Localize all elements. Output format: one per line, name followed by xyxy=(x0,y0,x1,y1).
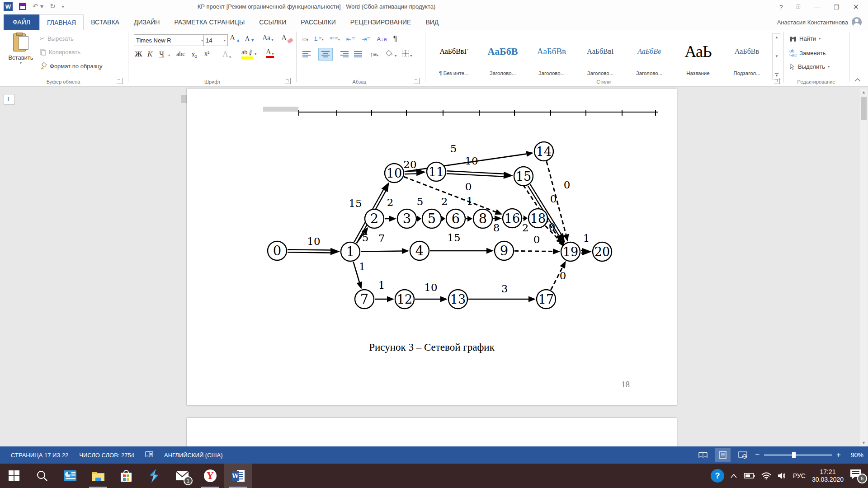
italic-button[interactable]: К xyxy=(147,50,152,59)
zoom-in-button[interactable]: + xyxy=(836,450,841,460)
tab-рассылки[interactable]: РАССЫЛКИ xyxy=(293,14,343,30)
justify-button[interactable] xyxy=(353,48,367,61)
notification-center-button[interactable]: 6 xyxy=(850,469,865,483)
minimize-button[interactable]: — xyxy=(814,4,820,11)
font-dialog-launcher[interactable] xyxy=(285,78,291,84)
paragraph-dialog-launcher[interactable] xyxy=(414,78,420,84)
align-left-button[interactable] xyxy=(301,48,316,61)
show-marks-button[interactable]: ¶ xyxy=(393,34,397,43)
multilevel-list-button[interactable]: ᵃ⁼≡▾ xyxy=(330,36,340,42)
wifi-icon[interactable] xyxy=(761,472,771,479)
tab-рецензирование[interactable]: РЕЦЕНЗИРОВАНИЕ xyxy=(343,14,419,30)
print-layout-icon[interactable] xyxy=(715,448,731,462)
strikethrough-button[interactable]: abc xyxy=(176,51,185,58)
ribbon-display-options-button[interactable]: ⍐ xyxy=(797,3,800,11)
web-layout-icon[interactable] xyxy=(735,448,750,462)
styles-scroll-up-icon[interactable]: ▲ xyxy=(775,35,778,39)
user-avatar[interactable] xyxy=(852,17,862,27)
numbering-button[interactable]: 1.≡▾ xyxy=(314,36,324,42)
style-h3[interactable]: АаБбВвІЗаголово... xyxy=(577,33,624,78)
taskbar-mail[interactable]: 1 xyxy=(168,464,196,488)
taskbar-app-dashboard[interactable] xyxy=(56,464,84,488)
next-page-top[interactable] xyxy=(187,418,677,446)
taskbar-word[interactable]: W xyxy=(224,464,252,488)
font-family-select[interactable]: Times New R▾ xyxy=(134,34,205,46)
align-right-button[interactable] xyxy=(335,48,350,61)
replace-button[interactable]: ab⤷ac Заменить xyxy=(789,49,826,57)
tab-ссылки[interactable]: ССЫЛКИ xyxy=(252,14,293,30)
scroll-up-icon[interactable]: ▲ xyxy=(860,89,868,96)
tab-главная[interactable]: ГЛАВНАЯ xyxy=(39,14,84,30)
shading-button[interactable]: ▾ xyxy=(386,50,396,59)
decrease-indent-button[interactable]: ⇤≡ xyxy=(346,35,355,42)
tab-файл[interactable]: ФАЙЛ xyxy=(4,14,39,30)
clipboard-dialog-launcher[interactable] xyxy=(117,78,123,84)
styles-dialog-launcher[interactable] xyxy=(774,78,780,84)
paste-button[interactable]: Вставить ▾ xyxy=(6,33,35,65)
battery-icon[interactable] xyxy=(743,473,755,479)
align-center-button[interactable] xyxy=(318,48,333,61)
taskbar-ms-store[interactable] xyxy=(112,464,140,488)
underline-button[interactable]: Ч xyxy=(159,50,164,59)
tab-вставка[interactable]: ВСТАВКА xyxy=(84,14,127,30)
superscript-button[interactable]: x² xyxy=(204,50,209,57)
borders-button[interactable]: ▾ xyxy=(402,50,412,59)
style-subtitle[interactable]: АаБбВвПодзагол... xyxy=(723,33,770,78)
vertical-scrollbar[interactable]: ▲ ▼ xyxy=(860,89,868,446)
subscript-button[interactable]: x₂ xyxy=(192,51,197,58)
bullets-button[interactable]: ⁝≡▾ xyxy=(302,36,308,42)
tab-разметка страницы[interactable]: РАЗМЕТКА СТРАНИЦЫ xyxy=(167,14,252,30)
zoom-level[interactable]: 90% xyxy=(845,451,863,459)
increase-indent-button[interactable]: ⇥≡ xyxy=(362,35,371,42)
style-title[interactable]: АаЬНазвание xyxy=(675,33,722,78)
font-size-select[interactable]: 14▾ xyxy=(203,34,228,46)
restore-button[interactable]: ❐ xyxy=(834,4,840,11)
taskbar-yandex-browser[interactable]: Y xyxy=(196,464,224,488)
start-button[interactable] xyxy=(0,464,28,488)
tab-дизайн[interactable]: ДИЗАЙН xyxy=(127,14,167,30)
help-button[interactable]: ? xyxy=(779,4,783,11)
taskbar-file-explorer[interactable] xyxy=(84,464,112,488)
highlight-button[interactable]: ab🖉▾ xyxy=(241,49,256,59)
taskbar-app-lightning[interactable] xyxy=(140,464,168,488)
tab-вид[interactable]: ВИД xyxy=(418,14,446,30)
font-color-button[interactable]: А▾ xyxy=(266,48,274,58)
language-switcher[interactable]: РУС xyxy=(793,472,806,479)
zoom-out-button[interactable]: − xyxy=(755,450,760,460)
clear-formatting-button[interactable]: А xyxy=(281,33,293,42)
grow-font-button[interactable]: А▲ xyxy=(230,33,240,42)
zoom-slider-thumb[interactable] xyxy=(792,452,796,458)
speaker-icon[interactable] xyxy=(778,472,787,479)
page-indicator[interactable]: СТРАНИЦА 17 ИЗ 22 xyxy=(11,452,68,459)
styles-expand-icon[interactable]: ▼ xyxy=(775,73,778,78)
line-spacing-button[interactable]: ↕≡▾ xyxy=(370,51,378,58)
user-name[interactable]: Анастасия Константинова xyxy=(777,19,848,26)
style-h2[interactable]: АаБбВвЗаголово... xyxy=(528,33,575,78)
taskbar-search-button[interactable] xyxy=(28,464,56,488)
zoom-slider[interactable] xyxy=(764,455,832,455)
collapse-ribbon-icon[interactable] xyxy=(854,75,861,84)
underline-dropdown[interactable]: ▾ xyxy=(168,53,170,57)
language-indicator[interactable]: АНГЛИЙСКИЙ (США) xyxy=(164,452,222,459)
sort-button[interactable]: А↓я xyxy=(377,36,387,42)
shrink-font-button[interactable]: А▼ xyxy=(245,35,255,42)
get-help-icon[interactable]: ? xyxy=(711,469,724,483)
proofing-icon[interactable] xyxy=(145,451,153,459)
close-button[interactable]: ✕ xyxy=(853,3,859,11)
tray-chevron-up-icon[interactable] xyxy=(731,474,737,478)
style-h4[interactable]: АаБбВвЗаголово... xyxy=(626,33,673,78)
bold-button[interactable]: Ж xyxy=(135,50,142,59)
format-painter-button[interactable]: Формат по образцу xyxy=(40,62,103,70)
word-count[interactable]: ЧИСЛО СЛОВ: 2754 xyxy=(79,452,134,459)
find-button[interactable]: Найти▾ xyxy=(789,35,821,42)
style-normal[interactable]: АаБбВвГ¶ Без инте... xyxy=(430,33,477,78)
change-case-button[interactable]: Аа▾ xyxy=(262,34,273,42)
scroll-down-icon[interactable]: ▼ xyxy=(860,439,868,446)
taskbar-clock[interactable]: 17:21 30.03.2020 xyxy=(812,468,844,483)
scrollbar-thumb[interactable] xyxy=(861,97,867,120)
select-button[interactable]: Выделить▾ xyxy=(789,63,830,70)
styles-scroll-down-icon[interactable]: ▼ xyxy=(775,54,778,58)
read-mode-icon[interactable] xyxy=(695,448,711,462)
style-h1[interactable]: АаБбВЗаголово... xyxy=(479,33,526,78)
tab-stop-selector[interactable]: L xyxy=(4,94,14,105)
